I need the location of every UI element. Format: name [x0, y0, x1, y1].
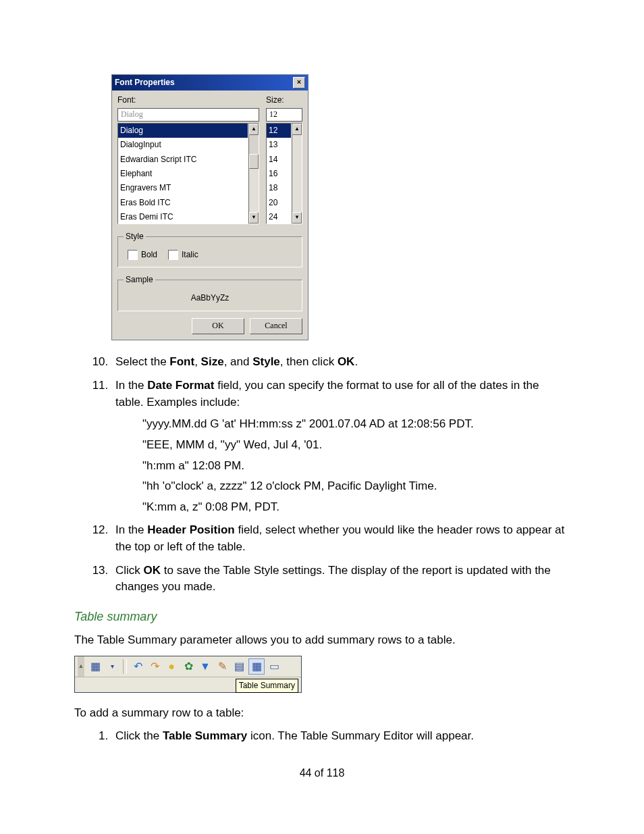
expand-handle-icon: ▲ — [78, 656, 84, 677]
scroll-down-icon[interactable]: ▼ — [292, 212, 302, 224]
list-item[interactable]: Dialog — [118, 124, 248, 138]
list-item[interactable]: 24 — [267, 210, 291, 224]
size-scrollbar[interactable]: ▲ ▼ — [292, 123, 302, 224]
example-line: "K:mm a, z" 0:08 PM, PDT. — [142, 499, 570, 516]
list-item[interactable]: DialogInput — [118, 138, 248, 152]
example-line: "yyyy.MM.dd G 'at' HH:mm:ss z" 2001.07.0… — [142, 416, 570, 433]
tooltip: Table Summary — [236, 679, 298, 693]
step-13: Click OK to save the Table Style setting… — [111, 563, 570, 596]
example-line: "hh 'o''clock' a, zzzz" 12 o'clock PM, P… — [142, 478, 570, 495]
list-item[interactable]: 20 — [267, 196, 291, 210]
close-button[interactable]: × — [293, 77, 305, 88]
toolbar-screenshot: ▲ ▦ ▾ ↶ ↷ ● ✿ ▼ ✎ ▤ ▦ ▭ Table Summary — [74, 656, 302, 693]
list-item[interactable]: 12 — [267, 124, 291, 138]
wizard-icon[interactable]: ✿ — [181, 659, 196, 674]
ok-button[interactable]: OK — [192, 318, 244, 334]
date-format-examples: "yyyy.MM.dd G 'at' HH:mm:ss z" 2001.07.0… — [142, 416, 570, 515]
list-item[interactable]: Edwardian Script ITC — [118, 153, 248, 167]
list-item[interactable]: Eras Bold ITC — [118, 196, 248, 210]
list-item[interactable]: 13 — [267, 138, 291, 152]
size-listbox[interactable]: 12 13 14 16 18 20 24 28 — [266, 123, 292, 224]
font-scrollbar[interactable]: ▲ ▼ — [248, 123, 259, 224]
list-item[interactable]: 16 — [267, 167, 291, 181]
sample-legend: Sample — [124, 274, 155, 286]
checkbox-icon — [128, 250, 138, 260]
style-fieldset: Style Bold Italic — [117, 231, 302, 267]
font-listbox[interactable]: Dialog DialogInput Edwardian Script ITC … — [117, 123, 248, 224]
table-icon[interactable]: ▤ — [232, 659, 246, 674]
italic-checkbox[interactable]: Italic — [168, 249, 198, 261]
size-label: Size: — [266, 95, 302, 106]
sample-text: AaBbYyZz — [124, 290, 296, 305]
scroll-down-icon[interactable]: ▼ — [249, 212, 259, 224]
document-icon[interactable]: ▭ — [267, 659, 281, 674]
dropdown-icon[interactable]: ▾ — [105, 659, 119, 674]
checkbox-icon — [168, 250, 178, 260]
undo-icon[interactable]: ↶ — [130, 659, 145, 674]
separator-icon — [123, 659, 127, 674]
table-summary-icon[interactable]: ▦ — [248, 658, 265, 675]
font-label: Font: — [117, 95, 259, 106]
scroll-up-icon[interactable]: ▲ — [292, 124, 302, 135]
bold-checkbox[interactable]: Bold — [128, 249, 157, 261]
database-icon[interactable]: ● — [164, 659, 179, 674]
list-item[interactable]: 14 — [267, 153, 291, 167]
scroll-thumb[interactable] — [249, 154, 259, 169]
dialog-titlebar: Font Properties × — [112, 75, 308, 90]
list-item[interactable]: Eras Demi ITC — [118, 210, 248, 224]
size-input[interactable] — [266, 108, 302, 122]
instruction-list: Select the Font, Size, and Style, then c… — [74, 354, 570, 596]
substep-1: Click the Table Summary icon. The Table … — [111, 728, 570, 745]
example-line: "EEE, MMM d, ''yy" Wed, Jul 4, '01. — [142, 437, 570, 454]
edit-icon[interactable]: ✎ — [215, 659, 230, 674]
bold-label: Bold — [141, 249, 157, 261]
redo-icon[interactable]: ↷ — [147, 659, 162, 674]
cancel-button[interactable]: Cancel — [250, 318, 302, 334]
step-10: Select the Font, Size, and Style, then c… — [111, 354, 570, 371]
step-11: In the Date Format field, you can specif… — [111, 377, 570, 515]
sub-instruction-list: Click the Table Summary icon. The Table … — [74, 728, 570, 745]
style-legend: Style — [124, 231, 146, 242]
page-number: 44 of 118 — [74, 765, 570, 781]
sample-fieldset: Sample AaBbYyZz — [117, 274, 302, 312]
step-12: In the Header Position field, select whe… — [111, 522, 570, 555]
list-item[interactable]: Elephant — [118, 167, 248, 181]
grid-icon[interactable]: ▦ — [88, 659, 103, 674]
font-input[interactable] — [117, 108, 259, 122]
section-heading: Table summary — [74, 608, 570, 625]
filter-icon[interactable]: ▼ — [198, 659, 213, 674]
dialog-title: Font Properties — [115, 77, 175, 88]
italic-label: Italic — [182, 249, 198, 261]
list-item[interactable]: Engravers MT — [118, 181, 248, 195]
section-intro: The Table Summary parameter allows you t… — [74, 632, 570, 649]
list-item[interactable]: 18 — [267, 181, 291, 195]
section-lead: To add a summary row to a table: — [74, 705, 570, 722]
scroll-up-icon[interactable]: ▲ — [249, 124, 259, 135]
example-line: "h:mm a" 12:08 PM. — [142, 458, 570, 475]
font-properties-dialog: Font Properties × Font: Dialog DialogInp… — [111, 74, 308, 340]
